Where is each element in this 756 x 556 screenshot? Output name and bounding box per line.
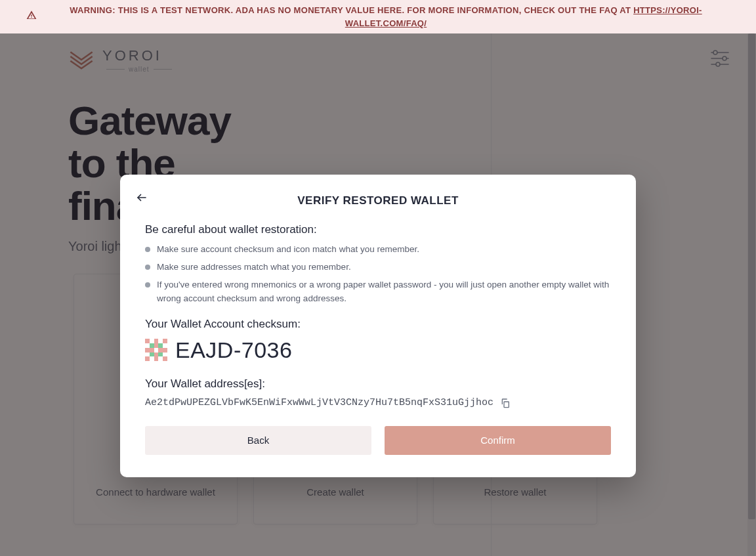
checksum-value: EAJD-7036 (175, 337, 292, 363)
back-button[interactable]: Back (145, 426, 371, 455)
svg-rect-14 (504, 402, 509, 408)
checksum-label: Your Wallet Account checksum: (145, 318, 611, 331)
caution-heading: Be careful about wallet restoration: (145, 223, 611, 236)
addresses-label: Your Wallet address[es]: (145, 377, 611, 391)
testnet-warning-banner: WARNING: THIS IS A TEST NETWORK. ADA HAS… (0, 0, 756, 33)
warning-icon (26, 10, 37, 24)
wallet-address: Ae2tdPwUPEZGLVbFwK5EnWiFxwWwLjVtV3CNzy7H… (145, 397, 494, 408)
warning-text: WARNING: THIS IS A TEST NETWORK. ADA HAS… (42, 4, 730, 30)
modal-title: VERIFY RESTORED WALLET (145, 194, 611, 207)
caution-item: If you've entered wrong mnemonics or a w… (145, 278, 611, 306)
caution-item: Make sure addresses match what you remem… (145, 261, 611, 274)
caution-item: Make sure account checksum and icon matc… (145, 243, 611, 257)
modal-back-arrow[interactable] (132, 189, 152, 209)
copy-address-icon[interactable] (500, 397, 511, 409)
verify-restored-wallet-modal: VERIFY RESTORED WALLET Be careful about … (120, 175, 636, 477)
checksum-identicon (145, 339, 167, 361)
confirm-button[interactable]: Confirm (385, 426, 611, 455)
caution-list: Make sure account checksum and icon matc… (145, 243, 611, 306)
